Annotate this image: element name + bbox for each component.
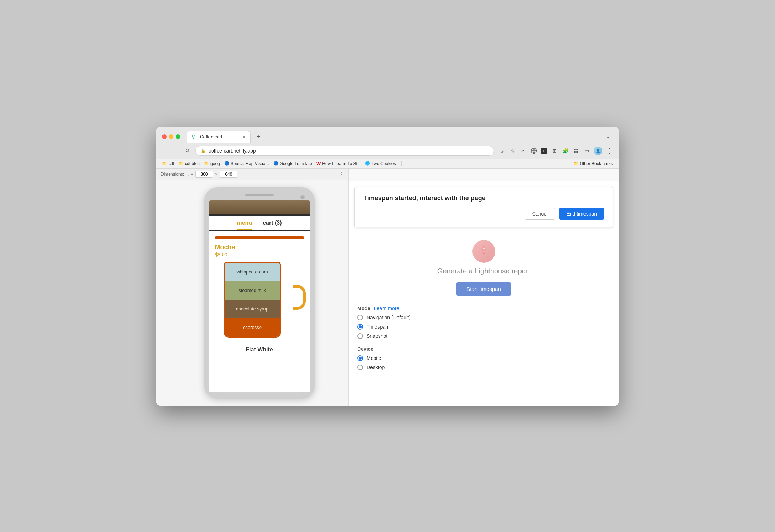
timespan-buttons: Cancel End timespan [363,208,604,220]
url-text: coffee-cart.netlify.app [209,148,256,154]
mug-handle [293,285,306,310]
device-section: Device Mobile Desktop [357,346,610,370]
bookmark-two-cookies[interactable]: 🌐 Two Cookies [365,161,396,166]
bookmark-source-map[interactable]: 🔵 Source Map Visua... [224,161,269,166]
coffee-mug-container: whipped cream steamed milk chocolate syr… [215,262,304,338]
browser-window: Coffee cart × + ⌄ ← → ↻ 🔒 coffee-cart.ne… [156,127,619,406]
bookmark-cdt-blog[interactable]: 📁 cdt blog [178,161,200,166]
menu-icon[interactable]: ⋮ [606,147,613,154]
tab-favicon [192,134,197,139]
desktop-option[interactable]: Desktop [357,365,610,370]
lighthouse-panel: ··· Timespan started, interact with the … [348,169,619,406]
snapshot-label: Snapshot [367,333,388,339]
minimize-traffic-light[interactable] [169,134,173,139]
devtools-panel: Dimensions: ... ▾ × ⋮ [156,169,348,406]
puzzle-icon[interactable]: 🧩 [562,147,569,154]
maximize-traffic-light[interactable] [176,134,180,139]
apps-icon[interactable]: ⊞ [551,147,558,154]
bookmarks-bar: 📁 cdt 📁 cdt blog 📁 goog 🔵 Source Map Vis… [156,159,619,169]
width-input[interactable] [195,171,213,178]
kt-icon[interactable] [572,147,579,154]
url-bar[interactable]: 🔒 coffee-cart.netlify.app [195,146,494,156]
timespan-option[interactable]: Timespan [357,324,610,330]
mug-layer-whipped: whipped cream [225,263,280,281]
lock-icon: 🔒 [201,148,206,153]
coffee-mug: whipped cream steamed milk chocolate syr… [224,262,295,338]
generate-report-title: Generate a Lighthouse report [357,267,610,275]
sidebar-icon[interactable]: ▭ [583,147,590,154]
tab-close-button[interactable]: × [242,134,245,140]
lighthouse-panel-header: ··· [349,169,619,181]
lighthouse-content: Generate a Lighthouse report Start times… [349,233,619,406]
phone-container: menu cart (3) Mocha $8.00 [156,180,348,406]
snapshot-radio[interactable] [357,333,363,339]
learn-more-link[interactable]: Learn more [374,305,400,311]
snapshot-option[interactable]: Snapshot [357,333,610,339]
forward-button[interactable]: → [173,147,181,155]
phone-mockup: menu cart (3) Mocha $8.00 [204,187,315,399]
devtools-toolbar: Dimensions: ... ▾ × ⋮ [156,169,348,180]
new-tab-button[interactable]: + [253,133,263,141]
phone-camera [300,195,305,200]
coffee-app-header [209,200,310,216]
lighthouse-icon-container [357,240,610,263]
refresh-button[interactable]: ↻ [183,147,191,155]
coffee-nav-cart[interactable]: cart (3) [263,220,282,230]
bookmark-translate-icon: 🔵 [273,161,278,166]
user-avatar[interactable]: 👤 [594,147,602,155]
bookmark-google-translate[interactable]: 🔵 Google Translate [273,161,312,166]
bookmark-goog[interactable]: 📁 goog [204,161,220,166]
dimension-separator: × [215,172,218,177]
translate-icon[interactable] [530,147,538,154]
bookmark-two-cookies-label: Two Cookies [372,161,396,166]
mug-layer-steamed: steamed milk [225,281,280,300]
bookmark-google-translate-label: Google Translate [280,161,312,166]
timespan-label: Timespan [367,324,388,330]
device-label: Device [357,346,610,352]
mobile-option[interactable]: Mobile [357,355,610,361]
lighthouse-logo-icon [472,240,495,263]
cancel-button[interactable]: Cancel [525,208,555,220]
coffee-nav-menu[interactable]: menu [237,220,252,230]
mobile-label: Mobile [367,355,381,361]
start-timespan-button[interactable]: Start timespan [456,282,511,296]
extension-n-icon[interactable]: n [541,148,547,154]
back-button[interactable]: ← [162,147,171,155]
mode-section: Mode Learn more Navigation (Default) Tim… [357,305,610,339]
browser-content: Dimensions: ... ▾ × ⋮ [156,169,619,406]
navigation-radio[interactable] [357,315,363,320]
share-icon[interactable]: ⎋ [498,147,506,154]
coffee-item-name: Mocha [215,244,304,251]
active-tab[interactable]: Coffee cart × [187,131,251,143]
timespan-radio[interactable] [357,324,363,330]
bookmark-folder-icon-2: 📁 [178,161,183,166]
height-input[interactable] [220,171,237,178]
scissors-icon[interactable]: ✂ [520,147,527,154]
bookmark-how-i-learnt[interactable]: W How I Learnt To St... [316,161,361,166]
bookmark-cdt[interactable]: 📁 cdt [162,161,174,166]
desktop-radio[interactable] [357,365,363,370]
bookmark-folder-icon-3: 📁 [204,161,209,166]
bookmark-globe-icon: 🔵 [224,161,229,166]
devtools-more-icon[interactable]: ⋮ [340,172,344,177]
end-timespan-button[interactable]: End timespan [559,208,604,220]
navigation-option[interactable]: Navigation (Default) [357,315,610,320]
coffee-content: Mocha $8.00 whipped cream steamed milk c… [209,231,310,358]
bookmark-other[interactable]: 📁 Other Bookmarks [573,161,613,166]
browser-toolbar-icons: ⎋ ☆ ✂ n ⊞ 🧩 ▭ 👤 ⋮ [498,147,613,155]
bookmark-goog-label: goog [210,161,220,166]
bookmark-icon[interactable]: ☆ [509,147,516,154]
bookmark-w-icon: W [316,161,321,166]
mobile-radio[interactable] [357,355,363,361]
bookmark-source-map-label: Source Map Visua... [231,161,269,166]
close-traffic-light[interactable] [162,134,167,139]
mug-layer-chocolate: chocolate syrup [225,300,280,318]
desktop-label: Desktop [367,365,385,370]
bookmark-globe-icon-2: 🌐 [365,161,370,166]
phone-screen: menu cart (3) Mocha $8.00 [209,200,310,392]
coffee-nav: menu cart (3) [209,216,310,230]
coffee-item-price: $8.00 [215,252,304,257]
bookmark-cdt-label: cdt [169,161,174,166]
coffee-app-hero [209,200,310,214]
timespan-dialog-title: Timespan started, interact with the page [363,195,604,202]
